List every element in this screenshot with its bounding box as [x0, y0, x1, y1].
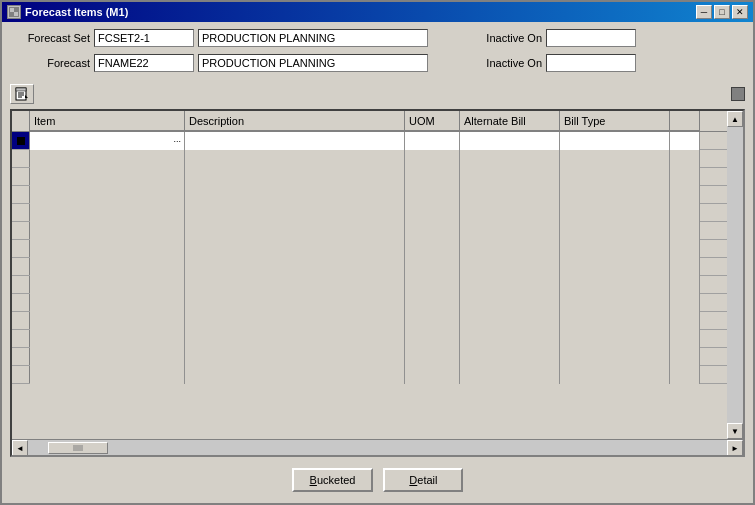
cell-desc-8[interactable] — [185, 258, 405, 276]
minimize-button[interactable]: ─ — [696, 5, 712, 19]
forecast-set-input[interactable] — [94, 29, 194, 47]
forecast-set-desc-input[interactable] — [198, 29, 428, 47]
row-selector-6[interactable] — [12, 222, 30, 239]
row-selector-8[interactable] — [12, 258, 30, 275]
row-selector-1[interactable] — [12, 132, 30, 149]
cell-item-4[interactable] — [30, 186, 185, 204]
cell-billtype-4[interactable] — [560, 186, 670, 204]
cell-billtype-12[interactable] — [560, 330, 670, 348]
cell-uom-14[interactable] — [405, 366, 460, 384]
cell-altbill-5[interactable] — [460, 204, 560, 222]
cell-altbill-12[interactable] — [460, 330, 560, 348]
scroll-down-button[interactable]: ▼ — [727, 423, 743, 439]
cell-desc-9[interactable] — [185, 276, 405, 294]
cell-desc-13[interactable] — [185, 348, 405, 366]
cell-desc-5[interactable] — [185, 204, 405, 222]
cell-item-14[interactable] — [30, 366, 185, 384]
cell-uom-9[interactable] — [405, 276, 460, 294]
cell-uom-6[interactable] — [405, 222, 460, 240]
row-selector-12[interactable] — [12, 330, 30, 347]
cell-billtype-14[interactable] — [560, 366, 670, 384]
cell-altbill-13[interactable] — [460, 348, 560, 366]
cell-altbill-9[interactable] — [460, 276, 560, 294]
cell-uom-1[interactable] — [405, 132, 460, 150]
cell-uom-13[interactable] — [405, 348, 460, 366]
restore-button[interactable]: □ — [714, 5, 730, 19]
inactive-on-input-2[interactable] — [546, 54, 636, 72]
cell-billtype-3[interactable] — [560, 168, 670, 186]
cell-altbill-7[interactable] — [460, 240, 560, 258]
cell-billtype-5[interactable] — [560, 204, 670, 222]
row-selector-3[interactable] — [12, 168, 30, 185]
cell-item-9[interactable] — [30, 276, 185, 294]
cell-altbill-4[interactable] — [460, 186, 560, 204]
inactive-on-input-1[interactable] — [546, 29, 636, 47]
row-selector-11[interactable] — [12, 312, 30, 329]
cell-altbill-1[interactable] — [460, 132, 560, 150]
horizontal-scroll-thumb[interactable] — [48, 442, 108, 454]
row-selector-7[interactable] — [12, 240, 30, 257]
cell-item-6[interactable] — [30, 222, 185, 240]
row-selector-4[interactable] — [12, 186, 30, 203]
export-button[interactable] — [10, 84, 34, 104]
cell-altbill-11[interactable] — [460, 312, 560, 330]
cell-uom-8[interactable] — [405, 258, 460, 276]
scroll-up-button[interactable]: ▲ — [727, 111, 743, 127]
cell-desc-1[interactable] — [185, 132, 405, 150]
cell-desc-12[interactable] — [185, 330, 405, 348]
cell-altbill-6[interactable] — [460, 222, 560, 240]
cell-desc-2[interactable] — [185, 150, 405, 168]
cell-desc-11[interactable] — [185, 312, 405, 330]
cell-billtype-13[interactable] — [560, 348, 670, 366]
forecast-input[interactable] — [94, 54, 194, 72]
cell-item-8[interactable] — [30, 258, 185, 276]
vertical-scrollbar[interactable]: ▲ ▼ — [727, 111, 743, 439]
cell-uom-12[interactable] — [405, 330, 460, 348]
cell-desc-6[interactable] — [185, 222, 405, 240]
cell-billtype-7[interactable] — [560, 240, 670, 258]
detail-button[interactable]: Detail — [383, 468, 463, 492]
cell-billtype-2[interactable] — [560, 150, 670, 168]
cell-item-11[interactable] — [30, 312, 185, 330]
row-selector-5[interactable] — [12, 204, 30, 221]
cell-item-3[interactable] — [30, 168, 185, 186]
cell-uom-11[interactable] — [405, 312, 460, 330]
cell-altbill-2[interactable] — [460, 150, 560, 168]
cell-desc-10[interactable] — [185, 294, 405, 312]
cell-billtype-6[interactable] — [560, 222, 670, 240]
row-selector-2[interactable] — [12, 150, 30, 167]
row-selector-10[interactable] — [12, 294, 30, 311]
lookup-button-1[interactable]: ··· — [173, 137, 181, 146]
cell-item-5[interactable] — [30, 204, 185, 222]
forecast-desc-input[interactable] — [198, 54, 428, 72]
scroll-left-button[interactable]: ◄ — [12, 440, 28, 456]
cell-item-13[interactable] — [30, 348, 185, 366]
cell-uom-2[interactable] — [405, 150, 460, 168]
scroll-right-button[interactable]: ► — [727, 440, 743, 456]
cell-item-1[interactable]: ··· — [30, 132, 185, 150]
cell-desc-4[interactable] — [185, 186, 405, 204]
horizontal-scrollbar-track[interactable] — [28, 440, 727, 455]
cell-uom-7[interactable] — [405, 240, 460, 258]
cell-desc-14[interactable] — [185, 366, 405, 384]
row-selector-14[interactable] — [12, 366, 30, 383]
cell-uom-3[interactable] — [405, 168, 460, 186]
cell-item-10[interactable] — [30, 294, 185, 312]
cell-item-7[interactable] — [30, 240, 185, 258]
cell-altbill-3[interactable] — [460, 168, 560, 186]
cell-altbill-10[interactable] — [460, 294, 560, 312]
bucketed-button[interactable]: Bucketed — [292, 468, 374, 492]
cell-item-12[interactable] — [30, 330, 185, 348]
row-selector-9[interactable] — [12, 276, 30, 293]
cell-uom-5[interactable] — [405, 204, 460, 222]
cell-billtype-9[interactable] — [560, 276, 670, 294]
cell-altbill-8[interactable] — [460, 258, 560, 276]
cell-item-2[interactable] — [30, 150, 185, 168]
cell-billtype-11[interactable] — [560, 312, 670, 330]
row-selector-13[interactable] — [12, 348, 30, 365]
cell-billtype-10[interactable] — [560, 294, 670, 312]
cell-billtype-8[interactable] — [560, 258, 670, 276]
cell-uom-10[interactable] — [405, 294, 460, 312]
cell-desc-7[interactable] — [185, 240, 405, 258]
cell-desc-3[interactable] — [185, 168, 405, 186]
